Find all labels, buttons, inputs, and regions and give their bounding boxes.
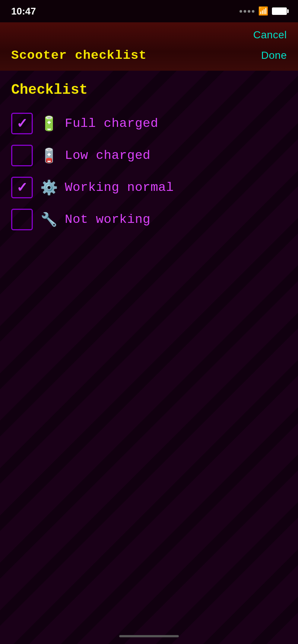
header: Cancel Scooter checklist Done — [0, 22, 298, 71]
list-item[interactable]: 🔧 Not working — [11, 205, 287, 234]
home-bar — [119, 635, 179, 637]
checkbox-working-normal[interactable] — [11, 177, 33, 198]
status-bar: 10:47 📶 — [0, 0, 298, 22]
battery-low-icon: 🪫 — [40, 147, 57, 164]
list-item[interactable]: ⚙️ Working normal — [11, 173, 287, 202]
status-time: 10:47 — [11, 6, 36, 17]
item-label-low-charged: Low charged — [65, 148, 150, 163]
list-item[interactable]: 🔋 Full charged — [11, 109, 287, 138]
wrench-icon: 🔧 — [40, 212, 57, 227]
page-title: Scooter checklist — [11, 48, 147, 63]
list-item[interactable]: 🪫 Low charged — [11, 141, 287, 170]
signal-dots-icon — [240, 10, 254, 13]
status-icons: 📶 — [240, 6, 287, 16]
battery-full-icon: 🔋 — [40, 115, 57, 132]
battery-icon — [272, 7, 287, 15]
section-title: Checklist — [11, 82, 287, 98]
checkbox-not-working[interactable] — [11, 209, 33, 230]
checkbox-low-charged[interactable] — [11, 145, 33, 166]
header-bottom: Scooter checklist Done — [11, 48, 287, 63]
wifi-icon: 📶 — [258, 6, 268, 16]
main-content: Checklist 🔋 Full charged 🪫 Low charged ⚙… — [0, 71, 298, 245]
header-actions: Cancel — [11, 29, 287, 41]
item-label-working-normal: Working normal — [65, 180, 174, 195]
item-label-not-working: Not working — [65, 212, 150, 227]
checklist: 🔋 Full charged 🪫 Low charged ⚙️ Working … — [11, 109, 287, 234]
gear-icon: ⚙️ — [40, 179, 57, 196]
cancel-button[interactable]: Cancel — [253, 29, 287, 41]
checkbox-full-charged[interactable] — [11, 113, 33, 134]
done-button[interactable]: Done — [261, 49, 287, 61]
item-label-full-charged: Full charged — [65, 116, 158, 131]
